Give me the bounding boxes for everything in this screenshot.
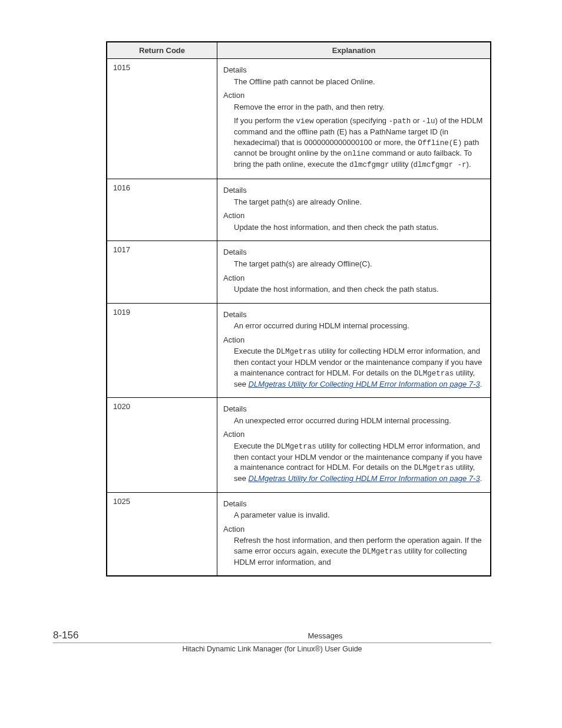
explanation-cell: Details The target path(s) are already O…: [217, 241, 491, 303]
code-cell: 1019: [107, 303, 217, 397]
page-number: 8-156: [53, 630, 212, 641]
code-cell: 1020: [107, 398, 217, 492]
explanation-cell: Details An error occurred during HDLM in…: [217, 303, 491, 397]
action-text: Execute the DLMgetras utility for collec…: [234, 346, 484, 389]
note-text: If you perform the view operation (speci…: [234, 116, 484, 170]
details-label: Details: [223, 499, 484, 509]
table-row: 1025 Details A parameter value is invali…: [107, 492, 491, 576]
table-row: 1017 Details The target path(s) are alre…: [107, 241, 491, 303]
details-text: A parameter value is invalid.: [234, 510, 484, 521]
details-text: The target path(s) are already Online.: [234, 197, 484, 207]
action-label: Action: [223, 273, 484, 284]
action-label: Action: [223, 429, 484, 440]
footer-title: Messages: [212, 631, 438, 640]
dlmgetras-link[interactable]: DLMgetras Utility for Collecting HDLM Er…: [249, 380, 480, 388]
footer-subtitle: Hitachi Dynamic Link Manager (for Linux®…: [53, 645, 491, 653]
explanation-cell: Details The target path(s) are already O…: [217, 179, 491, 241]
action-label: Action: [223, 524, 484, 535]
header-return-code: Return Code: [107, 42, 217, 59]
details-label: Details: [223, 185, 484, 196]
table-row: 1020 Details An unexpected error occurre…: [107, 398, 491, 492]
table-row: 1016 Details The target path(s) are alre…: [107, 179, 491, 241]
code-cell: 1016: [107, 179, 217, 241]
header-explanation: Explanation: [217, 42, 491, 59]
action-text: Execute the DLMgetras utility for collec…: [234, 441, 484, 484]
action-label: Action: [223, 210, 484, 221]
details-text: The target path(s) are already Offline(C…: [234, 259, 484, 269]
action-text: Update the host information, and then ch…: [234, 222, 484, 233]
page-footer: 8-156 Messages Hitachi Dynamic Link Mana…: [0, 630, 562, 653]
details-label: Details: [223, 247, 484, 258]
code-cell: 1025: [107, 492, 217, 576]
details-label: Details: [223, 309, 484, 320]
explanation-cell: Details A parameter value is invalid. Ac…: [217, 492, 491, 576]
details-label: Details: [223, 404, 484, 414]
details-label: Details: [223, 65, 484, 75]
table-row: 1019 Details An error occurred during HD…: [107, 303, 491, 397]
action-text: Remove the error in the path, and then r…: [234, 102, 484, 113]
action-text: Update the host information, and then ch…: [234, 284, 484, 295]
explanation-cell: Details The Offline path cannot be place…: [217, 59, 491, 179]
dlmgetras-link[interactable]: DLMgetras Utility for Collecting HDLM Er…: [249, 474, 480, 483]
action-text: Refresh the host information, and then p…: [234, 535, 484, 567]
details-text: An unexpected error occurred during HDLM…: [234, 416, 484, 426]
code-cell: 1015: [107, 59, 217, 179]
return-code-table: Return Code Explanation 1015 Details The…: [106, 41, 491, 577]
action-label: Action: [223, 90, 484, 101]
table-row: 1015 Details The Offline path cannot be …: [107, 59, 491, 179]
details-text: An error occurred during HDLM internal p…: [234, 321, 484, 331]
details-text: The Offline path cannot be placed Online…: [234, 77, 484, 87]
explanation-cell: Details An unexpected error occurred dur…: [217, 398, 491, 492]
code-cell: 1017: [107, 241, 217, 303]
action-label: Action: [223, 335, 484, 345]
